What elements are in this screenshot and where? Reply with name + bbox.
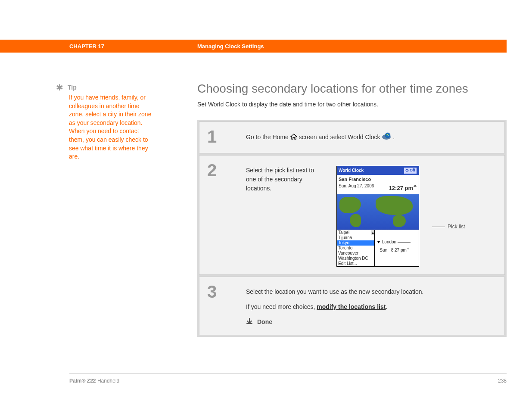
callout-label: Pick list bbox=[448, 223, 465, 230]
step-3-line2-after: . bbox=[386, 303, 387, 310]
step-2: 2 Select the pick list next to one of th… bbox=[199, 155, 505, 275]
off-label: Off bbox=[410, 168, 415, 174]
product-name: Palm® Z22 Handheld bbox=[69, 378, 119, 384]
device-titlebar: World Clock Off bbox=[337, 166, 419, 175]
topic-label: Managing Clock Settings bbox=[197, 43, 264, 50]
done-arrow-icon bbox=[246, 318, 253, 327]
tip-body-text: If you have friends, family, or colleagu… bbox=[69, 93, 155, 161]
home-icon bbox=[290, 133, 297, 142]
list-item[interactable]: Tijuana bbox=[337, 235, 374, 240]
page-title: Choosing secondary locations for other t… bbox=[197, 82, 507, 96]
step-number: 1 bbox=[207, 128, 246, 145]
list-item[interactable]: Taipei bbox=[337, 230, 374, 235]
step-1-body: Go to the Home screen and select World C… bbox=[246, 128, 497, 145]
product-rest: Handheld bbox=[96, 378, 120, 384]
city-picklist[interactable]: ▴ Taipei Tijuana Tokyo Toronto Vancouver… bbox=[337, 230, 375, 266]
primary-time: 12:27 pm bbox=[389, 185, 413, 191]
step-3: 3 Select the location you want to use as… bbox=[199, 277, 505, 335]
page-subtitle: Set World Clock to display the date and … bbox=[197, 101, 507, 108]
list-item[interactable]: Washington DC bbox=[337, 256, 374, 261]
steps-container: 1 Go to the Home screen and select World… bbox=[197, 120, 507, 337]
list-item[interactable]: Toronto bbox=[337, 246, 374, 251]
world-map bbox=[337, 194, 419, 230]
done-label: Done bbox=[257, 318, 272, 327]
page-number: 238 bbox=[498, 378, 507, 384]
tip-heading: Tip bbox=[68, 84, 77, 91]
list-item[interactable]: Edit List... bbox=[337, 261, 374, 266]
list-item-selected[interactable]: Tokyo bbox=[337, 240, 374, 246]
callout-line bbox=[432, 227, 445, 227]
secondary-day: Sun bbox=[380, 248, 388, 252]
primary-location-panel: San Francisco Sun, Aug 27, 2006 12:27 pm… bbox=[337, 175, 419, 194]
step-2-text: Select the pick list next to one of the … bbox=[246, 166, 324, 193]
scroll-up-icon[interactable]: ▴ bbox=[371, 230, 374, 235]
world-clock-screenshot: World Clock Off San Francisco Sun, Aug 2… bbox=[336, 166, 419, 267]
secondary-time: 8:27 pm bbox=[391, 248, 407, 252]
main-content: Choosing secondary locations for other t… bbox=[197, 82, 507, 337]
picklist-callout: Pick list bbox=[432, 166, 465, 230]
done-indicator: Done bbox=[246, 318, 497, 327]
primary-date: Sun, Aug 27, 2006 bbox=[339, 183, 374, 193]
page-footer: Palm® Z22 Handheld 238 bbox=[69, 373, 507, 384]
step-number: 3 bbox=[207, 283, 246, 327]
modify-locations-link[interactable]: modify the locations list bbox=[317, 303, 386, 310]
device-title-text: World Clock bbox=[339, 167, 364, 174]
product-bold: Palm® Z22 bbox=[69, 378, 96, 384]
step-2-body: Select the pick list next to one of the … bbox=[246, 162, 497, 267]
chapter-label: CHAPTER 17 bbox=[69, 43, 104, 50]
step-1-text-after: . bbox=[393, 134, 395, 140]
step-1: 1 Go to the Home screen and select World… bbox=[199, 121, 505, 153]
tip-sidebar: ✱ Tip If you have friends, family, or co… bbox=[56, 84, 155, 161]
step-1-text-before: Go to the Home bbox=[246, 134, 290, 140]
step-3-line2-before: If you need more choices, bbox=[246, 303, 317, 310]
step-3-body: Select the location you want to use as t… bbox=[246, 283, 497, 327]
primary-city: San Francisco bbox=[339, 177, 371, 182]
chapter-header-bar: CHAPTER 17 Managing Clock Settings bbox=[0, 40, 507, 53]
secondary-location-panel: London ——— Sun 8:27 pm✧ bbox=[375, 230, 419, 266]
step-number: 2 bbox=[207, 162, 246, 267]
step-1-text-mid: screen and select World Clock bbox=[299, 134, 382, 140]
list-item[interactable]: Vancouver bbox=[337, 251, 374, 256]
world-clock-icon bbox=[382, 132, 391, 143]
step-3-line1: Select the location you want to use as t… bbox=[246, 287, 497, 296]
step-3-line2: If you need more choices, modify the loc… bbox=[246, 302, 497, 311]
alarm-off-badge: Off bbox=[404, 167, 417, 174]
secondary-city: London bbox=[382, 240, 396, 244]
device-bottom-row: ▴ Taipei Tijuana Tokyo Toronto Vancouver… bbox=[337, 230, 419, 266]
asterisk-icon: ✱ bbox=[56, 84, 63, 91]
